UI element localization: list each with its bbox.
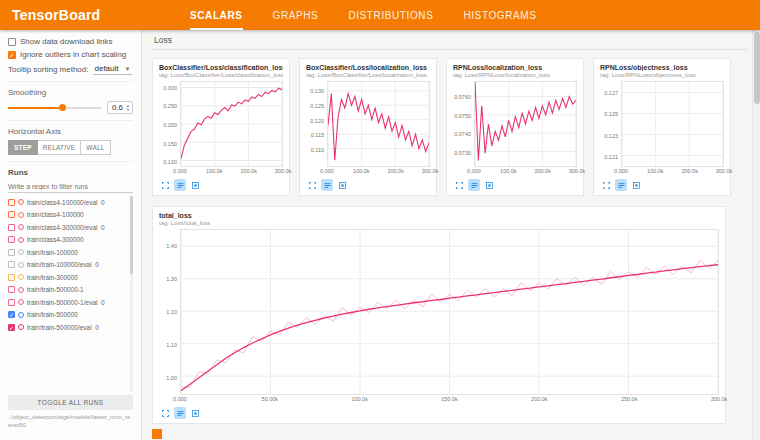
- x-axis-labels: 0.000100.0k200.0k300.0k: [474, 167, 577, 176]
- run-name: train/class4-100000/eval_0: [27, 199, 105, 206]
- axis-wall-button[interactable]: WALL: [81, 140, 110, 155]
- page-scrollbar[interactable]: [752, 30, 760, 440]
- y-axis-labels: 0.1270.1250.1230.121: [598, 81, 621, 167]
- run-checkbox[interactable]: ✓: [8, 324, 15, 331]
- run-name: train/class4-300000: [27, 236, 84, 243]
- fit-domain-button[interactable]: [483, 179, 495, 191]
- plot-area[interactable]: [180, 229, 719, 395]
- plot-area[interactable]: [474, 81, 577, 167]
- tab-histograms[interactable]: HISTOGRAMS: [463, 0, 536, 30]
- y-axis-labels: 1.401.301.201.101.00: [157, 229, 180, 395]
- run-selector-button[interactable]: [468, 179, 480, 191]
- run-row[interactable]: train/class4-300000: [8, 234, 128, 247]
- logdir-path: ../object_detection/wgs/models/faster_rc…: [8, 414, 133, 430]
- run-row[interactable]: train/class4-100000: [8, 209, 128, 222]
- run-row[interactable]: train/train-100000/eval_0: [8, 259, 128, 272]
- smoothing-value-input[interactable]: 0.6 ▲▼: [107, 101, 133, 114]
- chart-title: RPNLoss/objectness_loss: [600, 64, 724, 71]
- run-color-circle[interactable]: [18, 199, 24, 205]
- tag-group-header[interactable]: Loss: [152, 33, 748, 50]
- run-checkbox[interactable]: [8, 236, 15, 243]
- run-selector-button[interactable]: [615, 179, 627, 191]
- run-color-circle[interactable]: [18, 287, 24, 293]
- show-download-links-checkbox[interactable]: [8, 38, 16, 46]
- runs-filter-input[interactable]: [8, 181, 133, 193]
- axis-step-button[interactable]: STEP: [8, 140, 38, 155]
- settings-sidebar: Show data download links Ignore outliers…: [0, 30, 142, 440]
- run-color-circle[interactable]: [18, 237, 24, 243]
- horizontal-axis-section: Horizontal Axis STEP RELATIVE WALL: [8, 127, 133, 162]
- run-selector-button[interactable]: [174, 179, 186, 191]
- run-color-circle[interactable]: [18, 224, 24, 230]
- chart-tag: tag: Loss/RPNLoss/localization_loss: [453, 72, 577, 78]
- run-checkbox[interactable]: [8, 261, 15, 268]
- fit-domain-button[interactable]: [189, 407, 201, 419]
- tab-scalars[interactable]: SCALARS: [190, 0, 243, 30]
- run-row[interactable]: train/train-500000-1/eval_0: [8, 296, 128, 309]
- ignore-outliers-checkbox[interactable]: [8, 51, 16, 59]
- run-name: train/class4-300000/eval_0: [27, 224, 105, 231]
- tab-distributions[interactable]: DISTRIBUTIONS: [348, 0, 433, 30]
- expand-chart-button[interactable]: [159, 407, 171, 419]
- fit-domain-button[interactable]: [630, 179, 642, 191]
- run-name: train/train-500000: [27, 311, 78, 318]
- runs-menu-icon: [323, 181, 332, 190]
- run-checkbox[interactable]: [8, 199, 15, 206]
- series-line: [181, 88, 282, 158]
- run-row[interactable]: train/class4-100000/eval_0: [8, 196, 128, 209]
- plot-area[interactable]: [327, 81, 430, 167]
- run-color-circle[interactable]: [18, 249, 24, 255]
- general-options-section: Show data download links Ignore outliers…: [8, 37, 133, 82]
- run-selector-button[interactable]: [174, 407, 186, 419]
- run-row[interactable]: train/train-500000-1: [8, 284, 128, 297]
- fit-domain-button[interactable]: [189, 179, 201, 191]
- plot-area[interactable]: [180, 81, 283, 167]
- expand-chart-button[interactable]: [159, 179, 171, 191]
- expand-chart-button[interactable]: [600, 179, 612, 191]
- run-checkbox[interactable]: [8, 286, 15, 293]
- x-axis-labels: 0.000100.0k200.0k300.0k: [327, 167, 430, 176]
- run-color-circle[interactable]: [18, 299, 24, 305]
- toggle-all-runs-button[interactable]: TOGGLE ALL RUNS: [8, 395, 133, 410]
- run-checkbox[interactable]: [8, 274, 15, 281]
- run-name: train/train-300000: [27, 274, 78, 281]
- tooltip-sort-dropdown[interactable]: default ▼: [93, 63, 133, 75]
- page-scrollbar-thumb[interactable]: [754, 32, 760, 104]
- run-color-circle[interactable]: [18, 262, 24, 268]
- spinner-arrows-icon[interactable]: ▲▼: [126, 104, 130, 111]
- run-color-circle[interactable]: [18, 324, 24, 330]
- smoothing-section: Smoothing 0.6 ▲▼: [8, 88, 133, 121]
- smoothing-slider[interactable]: [8, 107, 102, 109]
- ignore-outliers-label: Ignore outliers in chart scaling: [20, 50, 126, 59]
- run-selector-button[interactable]: [321, 179, 333, 191]
- run-row[interactable]: train/class4-300000/eval_0: [8, 221, 128, 234]
- run-checkbox[interactable]: [8, 211, 15, 218]
- show-download-links-row[interactable]: Show data download links: [8, 37, 133, 46]
- expand-icon: [308, 181, 317, 190]
- chevron-down-icon: ▼: [125, 66, 131, 72]
- run-checkbox[interactable]: [8, 224, 15, 231]
- run-color-circle[interactable]: [18, 212, 24, 218]
- run-row[interactable]: train/train-300000: [8, 271, 128, 284]
- expand-chart-button[interactable]: [453, 179, 465, 191]
- expand-chart-button[interactable]: [306, 179, 318, 191]
- smoothing-slider-handle[interactable]: [59, 104, 66, 111]
- run-checkbox[interactable]: [8, 249, 15, 256]
- run-row[interactable]: ✓train/train-500000/eval_0: [8, 321, 128, 334]
- run-row[interactable]: ✓train/train-500000: [8, 309, 128, 322]
- tab-graphs[interactable]: GRAPHS: [273, 0, 319, 30]
- ignore-outliers-row[interactable]: Ignore outliers in chart scaling: [8, 50, 133, 59]
- run-checkbox[interactable]: ✓: [8, 311, 15, 318]
- runs-label: Runs: [8, 168, 133, 177]
- run-color-circle[interactable]: [18, 274, 24, 280]
- run-color-circle[interactable]: [18, 312, 24, 318]
- plot-area[interactable]: [621, 81, 724, 167]
- axis-relative-button[interactable]: RELATIVE: [38, 140, 82, 155]
- runs-menu-icon: [617, 181, 626, 190]
- run-row[interactable]: train/train-100000: [8, 246, 128, 259]
- fit-domain-button[interactable]: [336, 179, 348, 191]
- run-name: train/train-500000-1/eval_0: [27, 299, 105, 306]
- run-checkbox[interactable]: [8, 299, 15, 306]
- runs-scrollbar[interactable]: [130, 196, 133, 391]
- runs-section: Runs train/class4-100000/eval_0train/cla…: [8, 168, 133, 436]
